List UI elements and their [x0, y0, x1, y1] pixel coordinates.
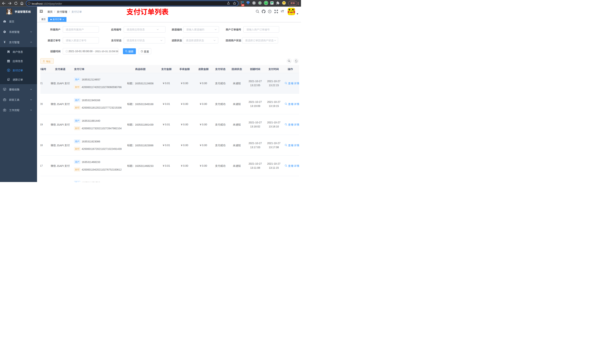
svg-text:?: ? [269, 10, 270, 13]
svg-text:¥: ¥ [8, 69, 9, 71]
